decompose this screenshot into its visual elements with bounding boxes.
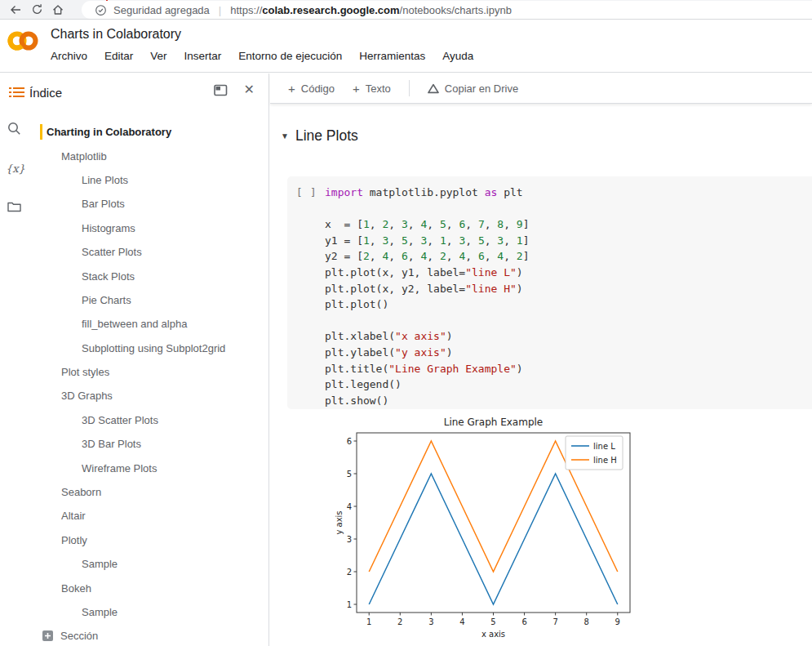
address-bar[interactable]: Seguridad agregada | https://colab.resea…: [82, 1, 812, 19]
menu-item-entorno-de-ejecuci-n[interactable]: Entorno de ejecución: [238, 50, 342, 62]
toc-item-bar-plots[interactable]: Bar Plots: [37, 192, 269, 216]
toc-item-3d-graphs[interactable]: 3D Graphs: [37, 384, 269, 408]
code-line: plt.plot(x, y1, label="line L"): [325, 265, 530, 281]
open-panel-icon[interactable]: [214, 84, 228, 100]
plus-icon: +: [288, 83, 295, 94]
add-text-button[interactable]: + Texto: [353, 82, 391, 95]
toc-item-fill-between-and-alpha[interactable]: fill_between and alpha: [37, 312, 269, 336]
variables-icon[interactable]: {x}: [6, 163, 25, 175]
toc-item-altair[interactable]: Altair: [37, 504, 269, 528]
section-title: Line Plots: [295, 127, 358, 145]
svg-text:6: 6: [521, 617, 526, 626]
toc-item-pie-charts[interactable]: Pie Charts: [37, 288, 269, 312]
toc-item-line-plots[interactable]: Line Plots: [37, 168, 269, 192]
add-code-button[interactable]: + Código: [288, 82, 335, 95]
toc-item-3d-scatter-plots[interactable]: 3D Scatter Plots: [37, 408, 269, 432]
code-line: plt.ylabel("y axis"): [325, 345, 530, 361]
url-text: https://colab.research.google.com/notebo…: [230, 4, 512, 16]
code-editor[interactable]: import matplotlib.pyplot as plt x = [1, …: [325, 185, 530, 408]
code-line: plt.xlabel("x axis"): [325, 328, 530, 345]
toc-item-plot-styles[interactable]: Plot styles: [37, 360, 269, 384]
code-line: x = [1, 2, 3, 4, 5, 6, 7, 8, 9]: [325, 216, 530, 233]
toc-item-wireframe-plots[interactable]: Wireframe Plots: [37, 456, 269, 479]
menu-item-herramientas[interactable]: Herramientas: [359, 50, 425, 62]
line-chart-figure: Line Graph Example123456789123456x axisy…: [335, 413, 638, 646]
svg-text:2: 2: [397, 617, 402, 626]
security-label: Seguridad agregada: [113, 4, 210, 16]
svg-text:7: 7: [552, 617, 557, 626]
menu-item-insertar[interactable]: Insertar: [184, 50, 222, 62]
svg-text:4: 4: [459, 617, 464, 626]
menu-item-editar[interactable]: Editar: [104, 50, 133, 62]
toc-item-histograms[interactable]: Histograms: [37, 216, 269, 240]
code-line: y2 = [2, 4, 6, 4, 2, 4, 6, 4, 2]: [325, 248, 530, 265]
copy-to-drive-button[interactable]: Copiar en Drive: [428, 82, 518, 95]
security-shield-icon[interactable]: [95, 4, 107, 16]
svg-text:5: 5: [347, 470, 352, 479]
files-folder-icon[interactable]: [7, 201, 21, 216]
code-line: [325, 201, 530, 217]
notebook-main: + Código + Texto Copiar en Drive ▼ Line …: [270, 74, 812, 646]
drive-icon: [428, 83, 439, 94]
legend-label-line-l: line L: [593, 442, 615, 451]
toc-item-plotly[interactable]: Plotly: [37, 528, 269, 552]
toc-item-seaborn[interactable]: Seaborn: [37, 480, 269, 504]
app-body: Índice ✕ {x} Charting in ColaboratoryMat…: [0, 74, 812, 646]
collapse-section-icon[interactable]: ▼: [281, 131, 289, 140]
active-indicator-bar: [40, 124, 42, 140]
svg-text:2: 2: [347, 568, 352, 577]
notebook-toolbar: + Código + Texto Copiar en Drive: [270, 74, 812, 104]
chart-title: Line Graph Example: [444, 417, 544, 428]
close-sidebar-icon[interactable]: ✕: [244, 83, 255, 96]
toc-item-subplotting-using-subplot2grid[interactable]: Subplotting using Subplot2grid: [37, 336, 269, 360]
svg-text:1: 1: [366, 617, 371, 626]
code-line: [325, 313, 530, 329]
svg-text:1: 1: [347, 600, 352, 609]
toc-item-bokeh[interactable]: Bokeh: [37, 576, 269, 599]
colab-header: Charts in Colaboratory ArchivoEditarVerI…: [0, 20, 812, 73]
sidebar-header: Índice ✕: [0, 74, 268, 111]
notebook-title[interactable]: Charts in Colaboratory: [51, 27, 181, 42]
code-line: plt.plot(): [325, 296, 530, 313]
reload-icon[interactable]: [26, 1, 47, 19]
toolbar-divider: [409, 80, 410, 96]
code-line: plt.plot(x, y2, label="line H"): [325, 281, 530, 297]
plus-icon: +: [353, 83, 360, 94]
plus-square-icon: [42, 630, 53, 641]
toc-item-charting-in-colaboratory[interactable]: Charting in Colaboratory: [37, 120, 269, 144]
code-line: plt.legend(): [325, 376, 530, 393]
code-line: plt.title("Line Graph Example"): [325, 361, 530, 377]
toc-item-3d-bar-plots[interactable]: 3D Bar Plots: [37, 432, 269, 456]
svg-text:3: 3: [428, 617, 433, 626]
sidebar-title: Índice: [29, 86, 62, 100]
toc-item-sample[interactable]: Sample: [37, 600, 269, 624]
add-section-button[interactable]: Sección: [42, 630, 98, 642]
search-icon[interactable]: [7, 122, 21, 139]
code-line: plt.show(): [325, 393, 530, 409]
cell-output-area: Line Graph Example123456789123456x axisy…: [335, 413, 638, 646]
cell-run-prompt[interactable]: [ ]: [296, 186, 317, 198]
svg-text:8: 8: [584, 617, 589, 626]
menu-item-ver[interactable]: Ver: [150, 50, 166, 62]
address-separator: |: [219, 4, 221, 16]
toc-item-stack-plots[interactable]: Stack Plots: [37, 264, 269, 287]
svg-text:3: 3: [347, 535, 352, 544]
colab-logo-icon[interactable]: [7, 29, 39, 56]
toc-item-sample[interactable]: Sample: [37, 552, 269, 576]
code-line: import matplotlib.pyplot as plt: [325, 185, 530, 201]
back-icon[interactable]: [5, 1, 26, 19]
svg-text:5: 5: [490, 617, 495, 626]
menu-item-archivo[interactable]: Archivo: [51, 50, 87, 62]
toc-sidebar: Índice ✕ {x} Charting in ColaboratoryMat…: [0, 74, 269, 646]
home-icon[interactable]: [47, 1, 69, 19]
section-header: ▼ Line Plots: [281, 127, 358, 145]
browser-toolbar: Seguridad agregada | https://colab.resea…: [0, 0, 812, 20]
toc-item-matplotlib[interactable]: Matplotlib: [37, 144, 269, 167]
toc-list-icon[interactable]: [9, 87, 24, 101]
menu-item-ayuda[interactable]: Ayuda: [442, 50, 473, 62]
svg-text:6: 6: [347, 437, 352, 446]
svg-text:4: 4: [347, 502, 352, 511]
toc-item-scatter-plots[interactable]: Scatter Plots: [37, 240, 269, 264]
code-cell[interactable]: [ ] import matplotlib.pyplot as plt x = …: [287, 176, 812, 409]
svg-text:9: 9: [615, 617, 620, 626]
